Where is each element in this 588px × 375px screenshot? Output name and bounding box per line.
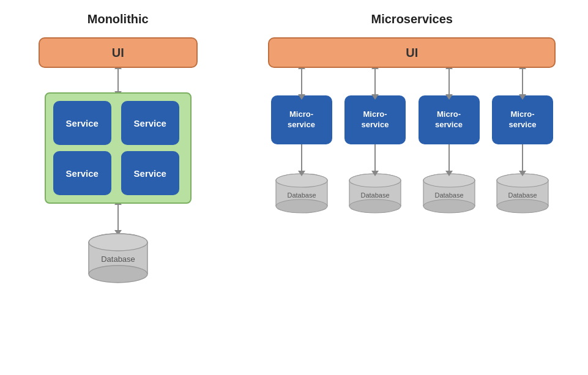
svg-point-18 <box>349 199 401 213</box>
micro-db-connector-3 <box>448 144 450 172</box>
micro-databases-row: Database Database <box>268 172 556 220</box>
mono-arrow-ui-to-services <box>117 68 119 92</box>
micro-connector-2 <box>374 68 376 95</box>
micro-connector-3 <box>448 68 450 95</box>
micro-service-4: Micro-service <box>492 95 553 144</box>
micro-db-4: Database <box>492 172 553 220</box>
svg-point-5 <box>89 234 147 251</box>
micro-top-connectors <box>268 68 556 95</box>
micro-ui-box: UI <box>268 37 556 68</box>
mono-arrow-services-to-db <box>117 204 119 231</box>
monolithic-title: Monolithic <box>87 12 149 26</box>
svg-point-4 <box>89 265 147 283</box>
micro-connector-1 <box>301 68 302 95</box>
micro-service-1: Micro-service <box>271 95 332 144</box>
micro-service-2: Micro-service <box>344 95 406 144</box>
microservices-section: Microservices UI Micro-service Micro-ser… <box>259 12 565 220</box>
diagram-container: Monolithic UI Service Service Service Se… <box>0 0 588 375</box>
micro-db-connector-4 <box>522 144 523 172</box>
mono-service-1: Service <box>53 101 111 145</box>
monolithic-section: Monolithic UI Service Service Service Se… <box>23 12 213 289</box>
micro-db-1: Database <box>271 172 332 220</box>
microservices-title: Microservices <box>371 12 453 26</box>
svg-text:Database: Database <box>508 191 537 199</box>
micro-db-2: Database <box>344 172 406 220</box>
svg-point-32 <box>497 199 548 213</box>
micro-db-3: Database <box>419 172 480 220</box>
svg-text:Database: Database <box>287 191 316 199</box>
micro-connector-4 <box>522 68 523 95</box>
svg-text:Database: Database <box>434 191 463 199</box>
svg-point-11 <box>276 199 327 213</box>
svg-text:Database: Database <box>360 191 389 199</box>
micro-db-connector-1 <box>301 144 302 172</box>
mono-service-3: Service <box>53 151 111 195</box>
mono-service-2: Service <box>121 101 179 145</box>
mono-ui-label: UI <box>112 46 124 60</box>
micro-ui-label: UI <box>406 46 418 60</box>
micro-bottom-connectors <box>268 144 556 172</box>
mono-ui-box: UI <box>39 37 198 68</box>
micro-services-row: Micro-service Micro-service Micro-servic… <box>268 95 556 144</box>
svg-point-25 <box>423 199 475 213</box>
micro-service-3: Micro-service <box>419 95 480 144</box>
mono-service-4: Service <box>121 151 179 195</box>
mono-database: Database <box>84 231 152 289</box>
micro-db-connector-2 <box>374 144 376 172</box>
svg-text:Database: Database <box>101 254 135 264</box>
mono-services-container: Service Service Service Service <box>45 92 192 204</box>
